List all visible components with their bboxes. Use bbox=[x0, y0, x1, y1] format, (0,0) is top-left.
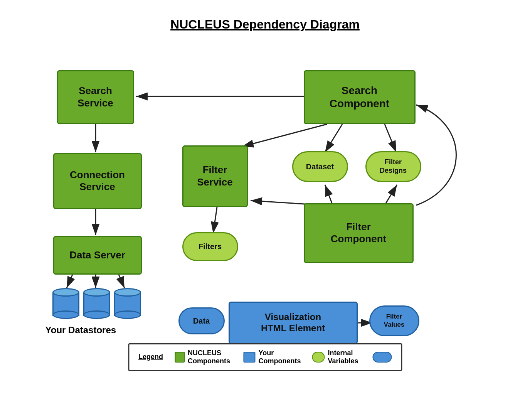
filters-pill: Filters bbox=[182, 232, 238, 261]
data-pill: Data bbox=[178, 307, 225, 334]
svg-line-9 bbox=[325, 124, 342, 152]
legend-internal-blue-item bbox=[372, 352, 392, 363]
legend-nucleus-item: NUCLEUS Components bbox=[175, 349, 236, 365]
legend-internal-green-item: Internal Variables bbox=[312, 349, 365, 365]
datastore-3 bbox=[114, 288, 141, 319]
legend-green-rect bbox=[175, 352, 185, 363]
legend: Legend NUCLEUS Components Your Component… bbox=[128, 343, 402, 371]
legend-green-pill bbox=[312, 352, 325, 363]
datastore-1 bbox=[52, 288, 79, 319]
legend-title: Legend bbox=[138, 353, 163, 361]
legend-blue-pill bbox=[372, 352, 392, 363]
diagram-container: NUCLEUS Dependency Diagram bbox=[34, 13, 496, 407]
svg-line-5 bbox=[67, 275, 72, 288]
svg-line-7 bbox=[119, 275, 125, 288]
svg-line-8 bbox=[242, 124, 327, 147]
datastore-2 bbox=[83, 288, 110, 319]
svg-line-13 bbox=[325, 185, 333, 205]
svg-line-11 bbox=[213, 207, 217, 233]
svg-line-14 bbox=[385, 185, 397, 205]
filter-component-box: Filter Component bbox=[304, 203, 414, 263]
svg-line-10 bbox=[385, 124, 396, 152]
search-component-box: Search Component bbox=[304, 70, 416, 124]
filter-designs-pill: Filter Designs bbox=[365, 151, 421, 182]
visualization-box: Visualization HTML Element bbox=[229, 302, 358, 344]
legend-nucleus-label: NUCLEUS Components bbox=[188, 349, 236, 365]
diagram-title: NUCLEUS Dependency Diagram bbox=[34, 13, 496, 32]
connection-service-box: Connection Service bbox=[53, 153, 142, 209]
dataset-pill: Dataset bbox=[292, 151, 348, 182]
legend-blue-rect bbox=[243, 352, 256, 363]
filter-values-pill: Filter Values bbox=[369, 305, 419, 336]
legend-your-item: Your Components bbox=[243, 349, 304, 365]
legend-internal-label: Internal Variables bbox=[328, 349, 365, 365]
data-server-box: Data Server bbox=[53, 236, 142, 275]
diagram-area: Search Service Connection Service Data S… bbox=[34, 39, 496, 375]
filter-service-box: Filter Service bbox=[182, 145, 248, 207]
legend-your-label: Your Components bbox=[259, 349, 304, 365]
datastores-label: Your Datastores bbox=[45, 325, 116, 336]
search-service-box: Search Service bbox=[57, 70, 134, 124]
